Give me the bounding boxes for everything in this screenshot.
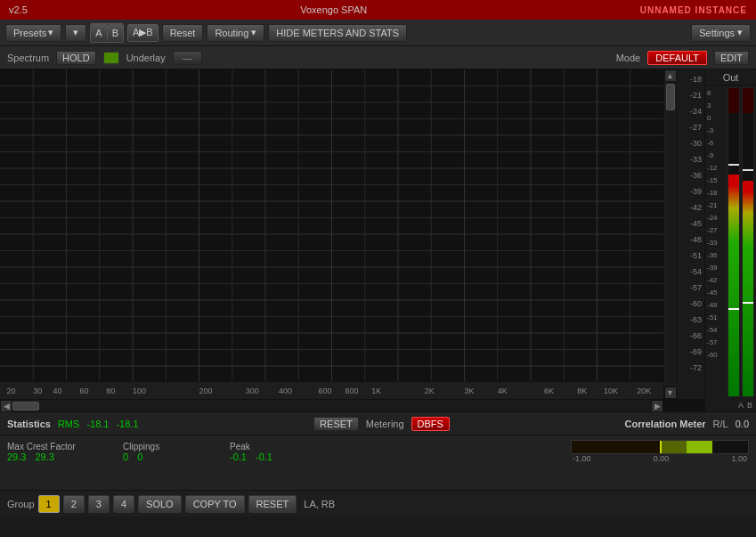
scroll-track — [666, 82, 675, 386]
scroll-thumb[interactable] — [666, 84, 675, 110]
stats-row2: Max Crest Factor 29.3 29.3 Clippings 0 0… — [0, 435, 756, 468]
spectrum-svg — [0, 69, 663, 399]
y-label: -51 — [677, 248, 704, 264]
correlation-bar-labels: -1.00 0.00 1.00 — [571, 454, 749, 463]
dropdown-arrow-button[interactable]: ▾ — [65, 24, 86, 42]
meter-bars — [728, 87, 754, 397]
correlation-meter-label: Correlation Meter — [625, 419, 706, 429]
presets-button[interactable]: Presets ▾ — [5, 24, 61, 42]
underlay-label: Underlay — [126, 53, 166, 63]
mode-edit-button[interactable]: EDIT — [714, 51, 749, 65]
app-name: Voxengo SPAN — [300, 4, 367, 15]
stats-row1: Statistics RMS -18.1 -18.1 RESET Meterin… — [0, 412, 756, 435]
y-axis-panel: -18 -21 -24 -27 -30 -33 -36 -39 -42 -45 … — [676, 69, 704, 399]
mode-default-button[interactable]: DEFAULT — [647, 51, 707, 65]
scroll-down-arrow[interactable]: ▼ — [664, 386, 677, 399]
clippings-value-l: 0 — [123, 452, 128, 462]
b-button[interactable]: B — [108, 24, 123, 42]
copy-to-button[interactable]: COPY TO — [185, 495, 245, 513]
y-label: -39 — [677, 183, 704, 199]
group-1-button[interactable]: 1 — [38, 495, 60, 513]
max-crest-value-l: 29.3 — [7, 452, 26, 462]
underlay-button[interactable]: — — [173, 51, 202, 65]
statistics-label: Statistics — [7, 419, 51, 429]
toolbar: Presets ▾ ▾ A B A▶B Reset Routing ▾ HIDE… — [0, 20, 756, 46]
hold-button[interactable]: HOLD — [56, 51, 96, 65]
y-label: -45 — [677, 216, 704, 232]
groups-row: Group 1 2 3 4 SOLO COPY TO RESET LA, RB — [0, 490, 756, 517]
x-scroll-right[interactable]: ▶ — [651, 400, 663, 412]
x-scroll-track — [12, 400, 651, 412]
settings-button[interactable]: Settings ▾ — [691, 24, 751, 42]
group-3-button[interactable]: 3 — [88, 495, 110, 513]
peak-label: Peak — [230, 442, 372, 452]
bottom-stats: Statistics RMS -18.1 -18.1 RESET Meterin… — [0, 411, 756, 490]
reset-button[interactable]: Reset — [162, 24, 204, 42]
y-label: -30 — [677, 135, 704, 151]
correlation-bar-group: -1.00 0.00 1.00 — [571, 440, 749, 463]
y-label: -69 — [677, 344, 704, 360]
y-label: -18 — [677, 71, 704, 87]
group-4-button[interactable]: 4 — [113, 495, 134, 513]
x-freq-labels: 20 30 40 60 80 100 200 300 400 600 800 1… — [0, 381, 663, 399]
max-crest-label: Max Crest Factor — [7, 442, 123, 452]
scroll-up-arrow[interactable]: ▲ — [664, 69, 677, 82]
max-crest-value-r: 29.3 — [35, 452, 53, 462]
meter-fill-b — [743, 181, 753, 396]
peak-value-r: -0.1 — [256, 452, 272, 462]
clippings-group: Clippings 0 0 — [123, 442, 230, 462]
y-label: -54 — [677, 264, 704, 280]
y-label: -60 — [677, 296, 704, 312]
correlation-channel-label: R/L — [713, 419, 728, 429]
ab-group: A B — [90, 23, 124, 43]
reset-group-button[interactable]: RESET — [248, 495, 297, 513]
x-axis-panel: ◀ ▶ — [0, 399, 663, 411]
y-label: -72 — [677, 360, 704, 376]
active-indicator — [103, 52, 119, 64]
x-scroll-thumb[interactable] — [12, 402, 39, 411]
dbfs-button[interactable]: DBFS — [411, 417, 450, 431]
metering-label: Metering — [366, 419, 404, 429]
y-label: -24 — [677, 103, 704, 119]
peak-group: Peak -0.1 -0.1 — [230, 442, 372, 462]
corr-max-label: 1.00 — [731, 454, 747, 463]
hide-meters-button[interactable]: HIDE METERS AND STATS — [268, 24, 407, 42]
x-scroll-left[interactable]: ◀ — [0, 400, 12, 412]
spectrum-label: Spectrum — [7, 53, 49, 63]
spectrum-display[interactable]: ▲ ▼ -18 -21 -24 -27 -30 -33 -36 -39 -42 … — [0, 69, 704, 411]
clippings-label: Clippings — [123, 442, 230, 452]
stats-reset-button[interactable]: RESET — [313, 417, 359, 431]
y-label: -42 — [677, 199, 704, 216]
y-label: -57 — [677, 280, 704, 296]
corr-min-label: -1.00 — [573, 454, 591, 463]
title-bar: v2.5 Voxengo SPAN UNNAMED INSTANCE — [0, 0, 756, 20]
meter-channel-labels: A B — [705, 399, 756, 411]
instance-label: UNNAMED INSTANCE — [640, 5, 747, 15]
ab-copy-button[interactable]: A▶B — [127, 24, 159, 42]
y-scrollbar[interactable]: ▲ ▼ — [663, 69, 676, 399]
peak-hold-b — [743, 169, 753, 171]
solo-button[interactable]: SOLO — [138, 495, 182, 513]
meter-bar-b — [742, 87, 754, 397]
rms-value-l: -18.1 — [86, 419, 109, 429]
mode-label: Mode — [616, 53, 641, 63]
version-label: v2.5 — [9, 4, 28, 15]
a-button[interactable]: A — [91, 24, 107, 42]
y-label: -27 — [677, 119, 704, 135]
meter-a-label: A — [738, 401, 744, 410]
routing-button[interactable]: Routing ▾ — [207, 24, 264, 42]
y-label: -66 — [677, 328, 704, 344]
y-label: -48 — [677, 232, 704, 248]
y-label: -63 — [677, 312, 704, 328]
y-label: -21 — [677, 87, 704, 103]
corr-mid-label: 0.00 — [654, 454, 670, 463]
channel-label: LA, RB — [304, 499, 335, 509]
y-label: -33 — [677, 151, 704, 167]
y-label: -36 — [677, 167, 704, 183]
correlation-bar — [571, 440, 749, 454]
group-2-button[interactable]: 2 — [63, 495, 85, 513]
clippings-value-r: 0 — [137, 452, 142, 462]
meter-scale: 6 3 0 -3 -6 -9 -12 -15 -18 -21 -24 -27 -… — [707, 87, 727, 397]
out-meter: Out 6 3 0 -3 -6 -9 -12 -15 -18 -21 -24 -… — [704, 69, 756, 411]
out-label: Out — [705, 69, 756, 85]
